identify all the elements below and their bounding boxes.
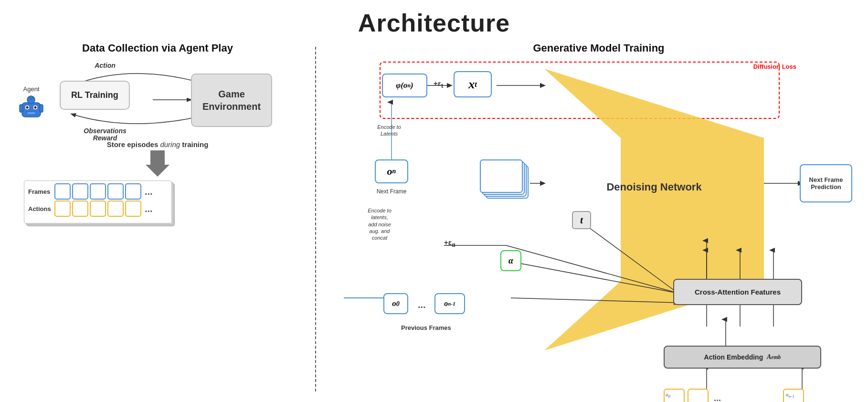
next-frame-label: Next Frame [375, 188, 408, 195]
right-diagram: Diffusion Loss [344, 59, 854, 385]
svg-line-25 [513, 262, 678, 293]
frame-cell [125, 183, 141, 200]
action-cell [125, 201, 141, 217]
an1-sub-label: an-1 [786, 391, 794, 399]
agent-area: Agent [18, 85, 44, 120]
frames-label: Frames [28, 188, 54, 195]
on-node: on [375, 159, 408, 183]
o0-node: o0 [383, 293, 408, 314]
diffusion-loss-label: Diffusion Loss [753, 63, 796, 71]
a1-action-cell [688, 389, 709, 402]
frame-cell [90, 183, 106, 200]
store-episodes-area: Store episodes during training [10, 140, 306, 180]
svg-line-24 [506, 245, 678, 293]
frames-actions-area: Frames ... Actions [24, 180, 306, 231]
svg-marker-13 [146, 150, 169, 177]
frame-cell [107, 183, 124, 200]
svg-text:Action: Action [94, 62, 116, 69]
epsilon-alpha-label: +εα [444, 238, 455, 248]
svg-rect-5 [30, 96, 32, 99]
right-panel: Generative Model Training Diffusion Loss [315, 37, 868, 396]
svg-point-9 [34, 106, 37, 109]
action-embedding-box: Action Embedding Aemb [664, 346, 821, 369]
alpha-node: α [500, 250, 521, 271]
encode-noise-label: Encode tolatents,add noiseaug. andconcat [358, 207, 401, 241]
left-section-title: Data Collection via Agent Play [10, 42, 306, 54]
svg-rect-11 [20, 105, 23, 112]
xt-node: xt [454, 71, 492, 97]
action-cell [72, 201, 88, 217]
action-cell [90, 201, 106, 217]
game-environment-box: GameEnvironment [191, 74, 272, 127]
next-frame-prediction-box: Next FramePrediction [800, 164, 852, 202]
diffusion-loss-box [380, 62, 780, 119]
svg-rect-12 [40, 105, 43, 112]
svg-text:Observations: Observations [84, 127, 127, 135]
left-panel: Data Collection via Agent Play Action Ob… [0, 37, 315, 396]
actions-ellipsis: ... [714, 393, 721, 402]
on1-node: on-1 [434, 293, 465, 314]
robot-icon [18, 94, 44, 120]
section-divider [315, 47, 316, 391]
frame-cell [72, 183, 88, 200]
frame-cell [54, 183, 71, 200]
t-node: t [572, 211, 591, 229]
actions-label: Actions [28, 205, 54, 212]
epsilon-t-label: +εt [434, 79, 443, 89]
svg-line-27 [511, 298, 678, 303]
previous-frames-label: Previous Frames [401, 324, 451, 331]
a0-sub-label: a0 [666, 391, 670, 399]
ellipsis: ... [145, 203, 153, 214]
page-title: Architecture [0, 0, 868, 37]
prev-frames-ellipsis: ... [418, 299, 426, 310]
ellipsis: ... [145, 186, 153, 197]
right-section-title: Generative Model Training [344, 42, 854, 54]
svg-marker-18 [544, 69, 764, 350]
svg-rect-10 [27, 112, 36, 115]
encode-latents-label: Encode toLatents [370, 124, 408, 138]
big-arrow-down [146, 150, 169, 179]
action-cell [54, 201, 71, 217]
svg-point-8 [26, 106, 29, 109]
store-episodes-label: Store episodes during training [107, 140, 209, 148]
action-cell [107, 201, 124, 217]
agent-label: Agent [23, 85, 40, 93]
rl-training-box: RL Training [60, 81, 130, 110]
cross-attention-box: Cross-Attention Features [673, 279, 802, 305]
svg-line-26 [587, 226, 678, 293]
phi-on-node: φ(on) [382, 74, 427, 97]
denoising-network-label: Denoising Network [563, 181, 745, 193]
